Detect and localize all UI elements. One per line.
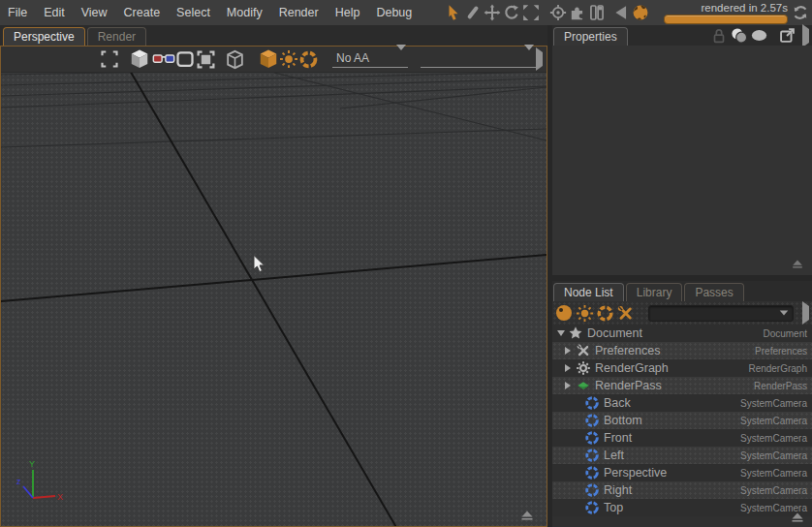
tab-render[interactable]: Render xyxy=(87,27,146,46)
chevron-down-icon xyxy=(522,50,536,67)
solid-cube-orange-icon[interactable] xyxy=(258,48,279,70)
axis-gizmo: Y X z xyxy=(14,458,64,505)
application-window: FileEditViewCreateSelectModifyRenderHelp… xyxy=(0,0,812,527)
node-list-tabbar: Node ListLibraryPasses xyxy=(552,281,812,301)
tab-passes[interactable]: Passes xyxy=(684,283,743,301)
menu-item-view[interactable]: View xyxy=(81,6,108,19)
node-name: Perspective xyxy=(604,466,667,480)
sun-node-icon[interactable] xyxy=(576,304,594,323)
axis-z-label: z xyxy=(16,477,21,486)
mouse-cursor xyxy=(253,255,266,277)
expand-arrow-icon[interactable] xyxy=(565,364,576,372)
menu-item-file[interactable]: File xyxy=(8,6,27,19)
node-list-overflow-icon[interactable] xyxy=(802,306,809,320)
node-type: SystemCamera xyxy=(740,485,807,496)
camera-aperture-icon[interactable] xyxy=(298,49,319,70)
camera-select-dropdown[interactable] xyxy=(421,50,536,68)
external-link-icon[interactable] xyxy=(778,26,796,45)
chevron-down-icon xyxy=(780,310,789,315)
axis-x-label: X xyxy=(57,492,63,502)
node-type: SystemCamera xyxy=(740,468,807,479)
anaglyph-glasses-icon[interactable] xyxy=(152,48,175,70)
tab-properties-label: Properties xyxy=(564,30,617,44)
layout-panes-icon[interactable] xyxy=(588,4,606,21)
viewport-pane[interactable]: No AA xyxy=(0,46,547,527)
tree-row-front[interactable]: FrontSystemCamera xyxy=(552,429,812,447)
properties-scroll-up-icon[interactable] xyxy=(791,258,804,271)
menu-item-debug[interactable]: Debug xyxy=(376,6,412,19)
pen-tool-icon[interactable] xyxy=(464,4,482,21)
viewport-scroll-up-icon[interactable] xyxy=(519,510,535,523)
tree-row-right[interactable]: RightSystemCamera xyxy=(552,481,812,499)
node-type: Document xyxy=(763,328,807,339)
tab-properties[interactable]: Properties xyxy=(553,27,628,46)
tree-row-perspective[interactable]: PerspectiveSystemCamera xyxy=(552,464,812,481)
node-list-scroll-up-icon[interactable] xyxy=(790,512,805,525)
expand-arrow-icon[interactable] xyxy=(565,382,576,389)
render-status-text: rendered in 2.57s xyxy=(701,2,788,14)
tree-row-document[interactable]: DocumentDocument xyxy=(552,325,812,342)
collapse-arrow-icon[interactable] xyxy=(557,330,568,336)
node-filter-dropdown[interactable] xyxy=(648,305,794,322)
node-name: Top xyxy=(604,501,623,514)
safe-frame-icon[interactable] xyxy=(196,49,216,70)
tab-node-list[interactable]: Node List xyxy=(553,283,624,301)
tab-perspective[interactable]: Perspective xyxy=(3,27,85,46)
tree-row-renderpass[interactable]: RenderPassRenderPass xyxy=(552,377,812,394)
node-name: Preferences xyxy=(595,344,660,357)
menu-item-select[interactable]: Select xyxy=(176,6,210,19)
scale-tool-icon[interactable] xyxy=(522,4,540,21)
region-rect-icon[interactable] xyxy=(175,49,195,69)
properties-pane xyxy=(552,46,812,275)
tree-row-back[interactable]: BackSystemCamera xyxy=(552,394,812,412)
shaded-cube-icon[interactable] xyxy=(129,48,150,70)
camera-icon xyxy=(584,413,600,428)
chevron-down-icon xyxy=(394,50,408,67)
axis-y-label: Y xyxy=(29,459,35,469)
menu-item-help[interactable]: Help xyxy=(335,6,360,19)
filled-ellipse-icon[interactable] xyxy=(750,26,768,45)
camera-icon xyxy=(584,465,600,480)
sun-light-icon[interactable] xyxy=(279,49,298,69)
menu-item-create[interactable]: Create xyxy=(124,6,161,19)
camera-icon xyxy=(584,395,600,411)
move-tool-icon[interactable] xyxy=(484,4,501,21)
frame-all-icon[interactable] xyxy=(100,49,119,69)
tree-row-preferences[interactable]: PreferencesPreferences xyxy=(552,342,812,359)
render-progress-bar xyxy=(664,15,788,24)
expand-arrow-icon[interactable] xyxy=(565,347,576,355)
back-triangle-icon[interactable] xyxy=(612,4,630,21)
sphere-node-icon[interactable] xyxy=(554,303,574,323)
camera-node-icon[interactable] xyxy=(596,304,614,323)
camera-icon xyxy=(584,500,600,515)
rotate-tool-icon[interactable] xyxy=(503,4,520,21)
viewport-canvas[interactable]: Y X z xyxy=(1,73,547,526)
select-cursor-icon[interactable] xyxy=(445,4,462,21)
tree-row-left[interactable]: LeftSystemCamera xyxy=(552,447,812,464)
tree-row-rendergraph[interactable]: RenderGraphRenderGraph xyxy=(552,359,812,377)
tree-row-bottom[interactable]: BottomSystemCamera xyxy=(552,412,812,429)
node-list-toolbar xyxy=(552,301,812,325)
tab-library[interactable]: Library xyxy=(626,283,683,301)
menu-item-modify[interactable]: Modify xyxy=(227,6,263,19)
menu-item-render[interactable]: Render xyxy=(279,6,319,19)
tools-node-icon[interactable] xyxy=(616,304,635,323)
node-name: Left xyxy=(604,449,624,462)
tree-row-top[interactable]: TopSystemCamera xyxy=(552,499,812,516)
viewport-tabbar: PerspectiveRender xyxy=(0,25,547,46)
wireframe-cube-icon[interactable] xyxy=(225,49,245,70)
node-type: Preferences xyxy=(755,346,807,356)
node-name: Bottom xyxy=(604,414,642,427)
camera-icon xyxy=(584,448,600,463)
node-name: Right xyxy=(604,483,632,497)
puzzle-icon[interactable] xyxy=(569,4,586,21)
snap-target-icon[interactable] xyxy=(549,4,567,21)
toolbar-overflow-icon[interactable] xyxy=(536,52,543,66)
world-globe-icon[interactable] xyxy=(632,4,649,21)
panel-overflow-icon[interactable] xyxy=(802,29,809,43)
overlapping-circles-icon[interactable] xyxy=(730,26,748,45)
menu-item-edit[interactable]: Edit xyxy=(44,6,65,19)
aa-mode-dropdown[interactable]: No AA xyxy=(332,50,408,68)
refresh-icon[interactable] xyxy=(792,4,809,21)
lock-icon[interactable] xyxy=(710,27,728,45)
